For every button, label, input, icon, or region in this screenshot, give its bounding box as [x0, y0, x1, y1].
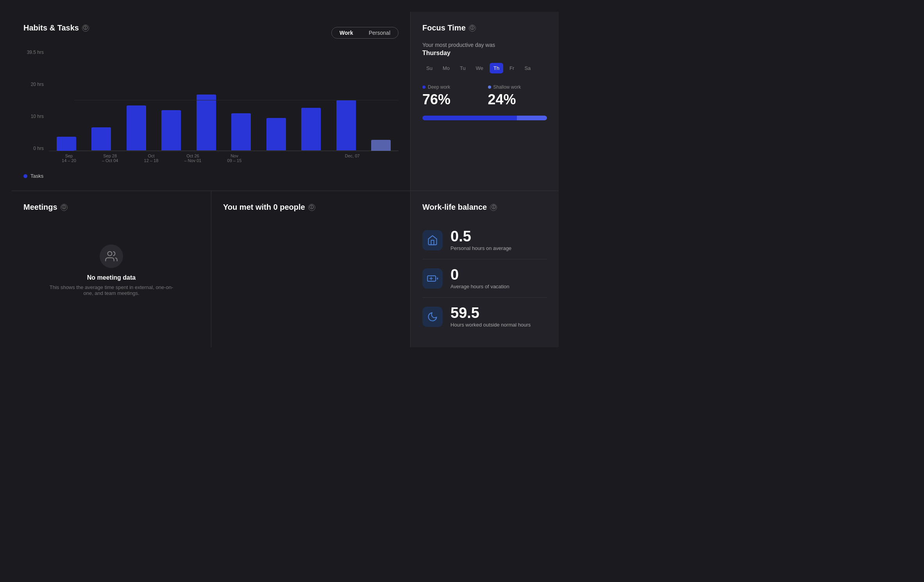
legend-dot — [23, 174, 27, 178]
x-label: Dec, 07 — [345, 151, 360, 158]
chart-bar — [231, 113, 251, 151]
y-label-mid2: 10 hrs — [31, 114, 44, 119]
y-label-mid1: 20 hrs — [31, 82, 44, 87]
deep-work-value: 76% — [422, 91, 482, 108]
balance-title: Work-life balance ⓘ — [422, 203, 547, 212]
deep-work-label: Deep work — [428, 84, 450, 90]
no-meeting-subtitle: This shows the average time spent in ext… — [45, 284, 178, 296]
focus-progress-bar — [422, 116, 547, 120]
focus-title: Focus Time ⓘ — [422, 23, 547, 32]
chart-bar — [371, 140, 391, 151]
bar-group — [266, 118, 286, 151]
shallow-work-label: Shallow work — [493, 84, 521, 90]
shallow-work-value: 24% — [488, 91, 547, 108]
bar-group — [231, 113, 251, 151]
balance-items: 0.5 Personal hours on average 0 Average … — [422, 221, 547, 336]
x-label: Oct12 – 18 — [144, 151, 159, 163]
x-label: Oct 26– Nov 01 — [184, 151, 201, 163]
y-label-top: 39.5 hrs — [27, 50, 44, 55]
day-pill[interactable]: Th — [490, 63, 503, 73]
toggle-personal-btn[interactable]: Personal — [361, 27, 398, 38]
bar-group — [127, 105, 146, 151]
day-pill[interactable]: Sa — [520, 63, 534, 73]
people-title: You met with 0 people ⓘ — [223, 203, 399, 212]
shallow-work-label-row: Shallow work — [488, 84, 547, 90]
habits-chart: 39.5 hrs 20 hrs 10 hrs 0 hrs Sep14 – 20S… — [23, 50, 399, 167]
day-pill[interactable]: Su — [422, 63, 436, 73]
balance-item: 0.5 Personal hours on average — [422, 221, 547, 259]
balance-value: 0 — [450, 267, 547, 282]
day-pills: SuMoTuWeThFrSa — [422, 63, 547, 73]
meetings-title-text: Meetings — [23, 203, 57, 212]
day-pill[interactable]: Mo — [439, 63, 454, 73]
balance-info: 0.5 Personal hours on average — [450, 229, 547, 251]
deep-work-label-row: Deep work — [422, 84, 482, 90]
deep-dot — [422, 86, 425, 89]
balance-info-icon[interactable]: ⓘ — [490, 204, 497, 211]
people-title-text: You met with 0 people — [223, 203, 305, 212]
focus-info-icon[interactable]: ⓘ — [469, 25, 476, 32]
toggle-work-btn[interactable]: Work — [332, 27, 361, 38]
chart-bar — [266, 118, 286, 151]
balance-label: Hours worked outside normal hours — [450, 322, 547, 328]
bar-group — [161, 110, 181, 151]
productive-day: Thursday — [422, 50, 547, 57]
svg-point-0 — [108, 252, 112, 256]
balance-info: 0 Average hours of vacation — [450, 267, 547, 289]
y-label-bottom: 0 hrs — [33, 146, 44, 151]
balance-title-text: Work-life balance — [422, 203, 487, 212]
deep-work-stat: Deep work 76% — [422, 84, 482, 108]
chart-x-labels: Sep14 – 20Sep 28– Oct 04Oct12 – 18Oct 26… — [49, 151, 399, 167]
bar-group — [371, 140, 391, 151]
legend-label: Tasks — [30, 173, 43, 179]
productive-text: Your most productive day was — [422, 42, 547, 48]
no-meeting-title: No meeting data — [87, 274, 136, 281]
meetings-section: Meetings ⓘ No meeting data This shows th… — [12, 191, 211, 347]
bar-group — [336, 100, 356, 151]
bar-group — [301, 108, 321, 151]
balance-value: 59.5 — [450, 305, 547, 320]
meetings-title: Meetings ⓘ — [23, 203, 199, 212]
balance-section: Work-life balance ⓘ 0.5 Personal hours o… — [410, 191, 559, 347]
no-meeting-icon — [100, 245, 123, 268]
meetings-info-icon[interactable]: ⓘ — [61, 204, 68, 211]
balance-item: 0 Average hours of vacation — [422, 259, 547, 298]
people-info-icon[interactable]: ⓘ — [308, 204, 315, 211]
balance-label: Average hours of vacation — [450, 284, 547, 289]
no-meeting-data: No meeting data This shows the average t… — [23, 221, 199, 320]
people-icon — [105, 250, 118, 262]
habits-header: Habits & Tasks ⓘ Work Personal — [23, 23, 399, 42]
focus-section: Focus Time ⓘ Your most productive day wa… — [410, 12, 559, 191]
chart-bar — [336, 100, 356, 151]
day-pill[interactable]: We — [472, 63, 487, 73]
chart-y-labels: 39.5 hrs 20 hrs 10 hrs 0 hrs — [23, 50, 47, 151]
balance-item: 59.5 Hours worked outside normal hours — [422, 298, 547, 336]
chart-bar — [301, 108, 321, 151]
x-label: Nov09 – 15 — [227, 151, 242, 163]
focus-title-text: Focus Time — [422, 23, 466, 32]
x-label: Sep 28– Oct 04 — [102, 151, 118, 163]
dashboard: Habits & Tasks ⓘ Work Personal 39.5 hrs … — [12, 12, 559, 347]
habits-toggle: Work Personal — [331, 27, 399, 39]
shallow-work-stat: Shallow work 24% — [488, 84, 547, 108]
day-pill[interactable]: Fr — [506, 63, 518, 73]
people-section: You met with 0 people ⓘ — [211, 191, 410, 347]
bar-group — [91, 127, 111, 151]
bar-group — [197, 95, 216, 151]
chart-bar — [161, 110, 181, 151]
chart-legend: Tasks — [23, 173, 399, 179]
habits-title: Habits & Tasks ⓘ — [23, 23, 89, 32]
shallow-dot — [488, 86, 491, 89]
chart-bars-area — [49, 50, 399, 151]
work-stats: Deep work 76% Shallow work 24% — [422, 84, 547, 108]
chart-bar — [197, 95, 216, 151]
chart-bar — [57, 137, 76, 151]
balance-info: 59.5 Hours worked outside normal hours — [450, 305, 547, 328]
habits-info-icon[interactable]: ⓘ — [82, 25, 89, 32]
shallow-work-progress — [517, 116, 547, 120]
x-label: Sep14 – 20 — [62, 151, 76, 163]
battery-icon — [422, 268, 443, 289]
habits-title-text: Habits & Tasks — [23, 23, 79, 32]
day-pill[interactable]: Tu — [456, 63, 470, 73]
balance-label: Personal hours on average — [450, 245, 547, 251]
